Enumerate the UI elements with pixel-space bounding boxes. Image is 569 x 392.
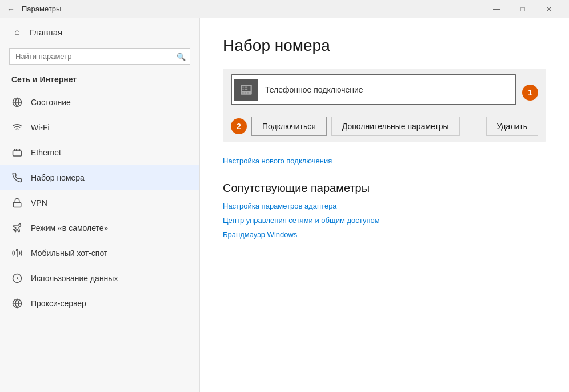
sidebar-item-data-usage[interactable]: Использование данных [0,266,199,291]
svg-rect-24 [246,89,247,90]
sidebar-item-ethernet-label: Ethernet [31,148,61,157]
sidebar-item-data-usage-label: Использование данных [31,274,118,283]
titlebar-title: Параметры [22,5,483,13]
window-controls: — □ ✕ [483,0,562,18]
related-link-firewall[interactable]: Брандмауэр Windows [223,230,546,239]
related-section: Сопутствующие параметры Настройка параме… [223,182,546,239]
svg-rect-21 [246,87,247,88]
svg-rect-16 [242,92,243,93]
sidebar-item-wifi[interactable]: Wi-Fi [0,115,199,140]
page-title: Набор номера [223,37,546,55]
connection-name-label: Телефонное подключение [265,85,513,94]
sidebar-section-title: Сеть и Интернет [0,73,199,90]
related-link-adapter[interactable]: Настройка параметров адаптера [223,202,546,210]
sidebar-item-status-label: Состояние [31,98,71,107]
home-icon: ⌂ [11,26,23,38]
app-body: ⌂ Главная 🔍 Сеть и Интернет Состояние [0,18,569,392]
connection-card: Телефонное подключение 1 2 Подключиться … [223,69,546,142]
step2-badge: 2 [231,118,247,134]
related-title: Сопутствующие параметры [223,182,546,195]
svg-rect-20 [245,87,246,88]
sidebar-item-proxy-label: Прокси-сервер [31,299,86,308]
svg-rect-23 [245,89,246,90]
sidebar-home-label: Главная [30,27,62,37]
svg-rect-18 [247,92,249,93]
hotspot-icon [11,247,23,259]
delete-button[interactable]: Удалить [486,117,538,136]
sidebar-item-dialup-label: Набор номера [31,173,85,182]
sidebar-item-hotspot-label: Мобильный хот-спот [31,249,107,258]
sidebar-item-airplane[interactable]: Режим «в самолете» [0,215,199,241]
sidebar-item-ethernet[interactable]: Ethernet [0,140,199,165]
sidebar-item-airplane-label: Режим «в самолете» [31,223,108,233]
sidebar-item-status[interactable]: Состояние [0,90,199,115]
sidebar-item-vpn[interactable]: VPN [0,190,199,215]
svg-rect-8 [13,202,21,207]
main-content: Набор номера [200,18,569,392]
sidebar-item-hotspot[interactable]: Мобильный хот-спот [0,241,199,266]
sidebar-search: 🔍 [9,48,190,65]
vpn-icon [11,197,23,209]
wifi-icon [11,122,23,133]
sidebar: ⌂ Главная 🔍 Сеть и Интернет Состояние [0,18,200,392]
sidebar-item-wifi-label: Wi-Fi [31,123,50,132]
step1-badge: 1 [522,85,538,101]
proxy-icon [11,298,23,309]
advanced-button[interactable]: Дополнительные параметры [331,117,460,136]
airplane-icon [11,222,23,234]
search-icon: 🔍 [177,52,186,61]
sidebar-item-vpn-label: VPN [31,198,47,207]
svg-point-9 [17,249,18,251]
connect-button[interactable]: Подключиться [251,117,327,136]
sidebar-item-dialup[interactable]: Набор номера [0,165,199,190]
close-button[interactable]: ✕ [536,0,562,18]
titlebar: ← Параметры — □ ✕ [0,0,569,18]
svg-rect-17 [245,92,246,93]
sidebar-item-home[interactable]: ⌂ Главная [0,18,199,46]
svg-rect-22 [243,89,244,90]
dialup-icon [11,172,23,183]
ethernet-icon [11,147,23,158]
maximize-button[interactable]: □ [510,0,536,18]
svg-rect-3 [13,151,22,156]
related-link-network-center[interactable]: Центр управления сетями и общим доступом [223,216,546,225]
connection-item[interactable]: Телефонное подключение [231,74,516,105]
search-input[interactable] [9,48,190,65]
back-button[interactable]: ← [7,5,15,14]
status-icon [11,97,23,108]
new-connection-link[interactable]: Настройка нового подключения [223,157,332,165]
minimize-button[interactable]: — [483,0,510,18]
svg-rect-19 [243,87,244,88]
sidebar-item-proxy[interactable]: Прокси-сервер [0,291,199,316]
connection-icon-box [234,79,258,101]
data-usage-icon [11,273,23,284]
